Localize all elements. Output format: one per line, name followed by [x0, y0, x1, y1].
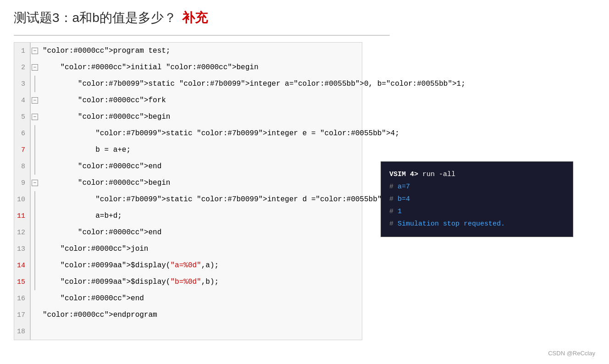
table-row: 18: [14, 323, 469, 340]
content-area: 1−"color:#0000cc">program test;2− "color…: [14, 42, 595, 340]
line-number: 6: [14, 125, 30, 142]
indent-line: [34, 158, 35, 175]
page-title: 测试题3：a和b的值是多少？: [14, 9, 177, 27]
indent-line: [34, 274, 35, 290]
table-row: 3 "color:#7b0099">static "color:#7b0099"…: [14, 76, 469, 92]
line-number: 14: [14, 257, 30, 274]
page-container: 测试题3：a和b的值是多少？ 补充 1−"color:#0000cc">prog…: [0, 0, 609, 364]
gutter-cell: −: [30, 175, 39, 191]
line-number: 5: [14, 109, 30, 125]
table-row: 6 "color:#7b0099">static "color:#7b0099"…: [14, 125, 469, 142]
indent-line: [34, 125, 35, 142]
gutter-cell: [30, 323, 39, 340]
indent-line: [34, 257, 35, 274]
code-line: "color:#0000cc">end: [39, 290, 469, 307]
line-number: 10: [14, 191, 30, 208]
table-row: 7 b = a+e;: [14, 142, 469, 158]
table-row: 4− "color:#0000cc">fork: [14, 92, 469, 109]
code-line: "color:#7b0099">static "color:#7b0099">i…: [39, 76, 469, 92]
fold-icon[interactable]: −: [32, 180, 38, 186]
term-output-value: a=7: [393, 183, 410, 191]
code-line: "color:#0099aa">$display("b=%0d",b);: [39, 274, 469, 290]
indent-line: [34, 224, 35, 241]
code-line: "color:#0099aa">$display("a=%0d",a);: [39, 257, 469, 274]
fold-icon[interactable]: −: [32, 97, 38, 104]
code-line: "color:#7b0099">static "color:#7b0099">i…: [39, 125, 469, 142]
line-number: 1: [14, 43, 30, 59]
gutter-cell: −: [30, 59, 39, 76]
indent-line: [34, 76, 35, 92]
code-line: "color:#0000cc">join: [39, 241, 469, 257]
gutter-cell: [30, 142, 39, 158]
line-number: 15: [14, 274, 30, 290]
code-line: b = a+e;: [39, 142, 469, 158]
line-number: 13: [14, 241, 30, 257]
gutter-cell: [30, 76, 39, 92]
term-output-value: Simulation stop requested.: [393, 220, 505, 228]
gutter-cell: [30, 224, 39, 241]
fold-icon[interactable]: −: [32, 114, 38, 120]
terminal-prompt-line: VSIM 4> run -all: [389, 168, 565, 181]
code-line: "color:#0000cc">begin: [39, 109, 469, 125]
term-command: run -all: [422, 171, 455, 178]
gutter-cell: −: [30, 109, 39, 125]
terminal-output-line: # a=7: [389, 181, 565, 193]
terminal-output: # a=7# b=4# 1# Simulation stop requested…: [389, 181, 565, 230]
gutter-cell: [30, 191, 39, 208]
gutter-cell: [30, 125, 39, 142]
line-number: 18: [14, 323, 30, 340]
code-panel: 1−"color:#0000cc">program test;2− "color…: [14, 42, 362, 340]
indent-line: [34, 241, 35, 257]
table-row: 1−"color:#0000cc">program test;: [14, 43, 469, 59]
gutter-cell: [30, 274, 39, 290]
table-row: 14 "color:#0099aa">$display("a=%0d",a);: [14, 257, 469, 274]
indent-line: [34, 142, 35, 158]
line-number: 16: [14, 290, 30, 307]
code-line: [39, 323, 469, 340]
title-divider: [14, 35, 390, 36]
term-hash: #: [389, 220, 393, 228]
gutter-cell: [30, 257, 39, 274]
line-number: 11: [14, 208, 30, 224]
table-row: 13 "color:#0000cc">join: [14, 241, 469, 257]
term-output-value: b=4: [393, 195, 410, 203]
terminal-output-line: # Simulation stop requested.: [389, 218, 565, 230]
watermark: CSDN @ReCclay: [548, 350, 595, 357]
indent-line: [34, 191, 35, 208]
terminal-output-line: # b=4: [389, 193, 565, 205]
title-row: 测试题3：a和b的值是多少？ 补充: [14, 9, 595, 27]
code-line: "color:#0000cc">endprogram: [39, 307, 469, 323]
gutter-cell: [30, 241, 39, 257]
gutter-cell: [30, 290, 39, 307]
gutter-cell: [30, 158, 39, 175]
gutter-cell: −: [30, 92, 39, 109]
gutter-cell: [30, 307, 39, 323]
line-number: 3: [14, 76, 30, 92]
table-row: 16 "color:#0000cc">end: [14, 290, 469, 307]
term-prompt: VSIM 4>: [389, 171, 418, 178]
terminal-panel: VSIM 4> run -all # a=7# b=4# 1# Simulati…: [381, 161, 573, 237]
fold-icon[interactable]: −: [32, 64, 38, 71]
indent-line: [34, 208, 35, 224]
line-number: 2: [14, 59, 30, 76]
term-output-value: 1: [393, 208, 402, 215]
code-line: "color:#0000cc">fork: [39, 92, 469, 109]
line-number: 9: [14, 175, 30, 191]
fold-icon[interactable]: −: [32, 48, 38, 54]
table-row: 15 "color:#0099aa">$display("b=%0d",b);: [14, 274, 469, 290]
term-hash: #: [389, 195, 393, 203]
term-hash: #: [389, 208, 393, 215]
line-number: 8: [14, 158, 30, 175]
term-hash: #: [389, 183, 393, 191]
table-row: 17"color:#0000cc">endprogram: [14, 307, 469, 323]
terminal-output-line: # 1: [389, 205, 565, 218]
gutter-cell: [30, 208, 39, 224]
line-number: 17: [14, 307, 30, 323]
table-row: 2− "color:#0000cc">initial "color:#0000c…: [14, 59, 469, 76]
title-highlight: 补充: [182, 9, 208, 27]
code-line: "color:#0000cc">program test;: [39, 43, 469, 59]
line-number: 4: [14, 92, 30, 109]
gutter-cell: −: [30, 43, 39, 59]
line-number: 7: [14, 142, 30, 158]
code-line: "color:#0000cc">initial "color:#0000cc">…: [39, 59, 469, 76]
